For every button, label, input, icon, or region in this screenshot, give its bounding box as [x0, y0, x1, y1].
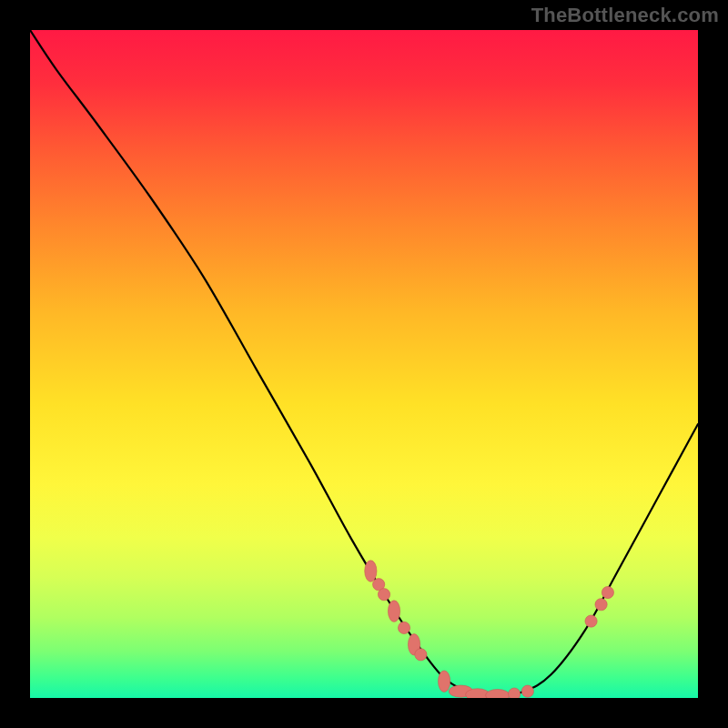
curve-marker [365, 561, 377, 581]
plot-area [30, 30, 698, 698]
curve-marker [602, 586, 613, 598]
curve-marker [509, 688, 521, 698]
watermark-text: TheBottleneck.com [531, 4, 719, 27]
curve-marker [378, 589, 389, 601]
curve-marker [415, 649, 427, 661]
curve-markers [365, 561, 614, 698]
bottleneck-curve [30, 30, 698, 695]
curve-marker [388, 601, 399, 622]
curve-marker [486, 689, 510, 698]
curve-marker [521, 685, 533, 697]
curve-marker [585, 615, 597, 627]
chart-frame: TheBottleneck.com [0, 0, 728, 728]
curve-layer [30, 30, 698, 698]
curve-marker [595, 599, 607, 611]
curve-marker [438, 671, 450, 692]
curve-marker [398, 622, 410, 633]
